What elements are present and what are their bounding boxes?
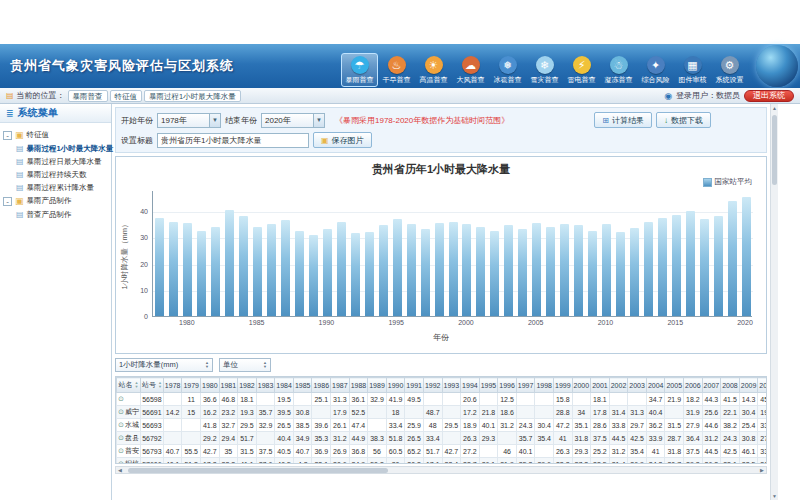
station-radio-icon[interactable]: ⊙	[118, 434, 124, 441]
sort-arrows-icon[interactable]: ▲▼	[158, 381, 162, 389]
nav-item-risk[interactable]: ✦综合风险	[637, 53, 674, 87]
column-header[interactable]: 1993	[442, 378, 461, 393]
value-cell: 29.5	[238, 419, 257, 432]
chart-title-input[interactable]	[157, 133, 309, 148]
column-header[interactable]: 1984	[275, 378, 294, 393]
column-header[interactable]: 2008	[721, 378, 740, 393]
element-combo[interactable]: 1小时降水量(mm) ▲▼	[115, 358, 213, 372]
station-id-cell: 56693	[140, 419, 163, 432]
column-header[interactable]: 1989	[368, 378, 387, 393]
column-header[interactable]: 1988	[349, 378, 368, 393]
x-axis-label: 年份	[116, 332, 766, 343]
sidebar-item[interactable]: ▤暴雨过程日最大降水量	[3, 155, 108, 168]
value-cell: 27.2	[461, 445, 480, 458]
column-header[interactable]: 1991	[405, 378, 424, 393]
nav-item-heat[interactable]: ☀高温普查	[415, 53, 452, 87]
nav-item-drought[interactable]: ♨干旱普查	[378, 53, 415, 87]
column-header[interactable]: 1994	[461, 378, 480, 393]
column-header[interactable]: 1985	[293, 378, 312, 393]
table-row[interactable]: ⊙水城5669341.832.729.532.926.538.539.626.1…	[117, 419, 768, 432]
station-radio-icon[interactable]: ⊙	[118, 421, 124, 428]
column-header[interactable]: 2001	[591, 378, 610, 393]
scroll-left-icon[interactable]: ◀	[116, 467, 124, 474]
column-header[interactable]: 2006	[684, 378, 703, 393]
column-header[interactable]: 1980	[201, 378, 220, 393]
column-header[interactable]: 1982	[238, 378, 257, 393]
column-header[interactable]: 2007	[702, 378, 721, 393]
sidebar-item[interactable]: ▤暴雨过程1小时最大降水量	[3, 142, 108, 155]
tree-group[interactable]: -▣特征值	[3, 128, 108, 142]
nav-item-hail[interactable]: ❅冰雹普查	[489, 53, 526, 87]
column-header[interactable]: 1978	[163, 378, 182, 393]
scroll-right-icon[interactable]: ▶	[758, 467, 766, 474]
column-header[interactable]: 2009	[739, 378, 758, 393]
column-header[interactable]: 1995	[479, 378, 498, 393]
table-row[interactable]: ⊙盘县5679229.229.451.740.434.935.331.244.9…	[117, 432, 768, 445]
scroll-down-icon[interactable]: ▼	[771, 492, 778, 500]
column-header[interactable]: 1983	[256, 378, 275, 393]
column-header[interactable]: 1999	[553, 378, 572, 393]
station-radio-icon[interactable]: ⊙	[118, 408, 124, 415]
start-year-select[interactable]: 1978年 ▼	[157, 113, 221, 128]
sidebar-item[interactable]: ▤普查产品制作	[3, 208, 108, 221]
nav-item-map-review[interactable]: ▦图件审核	[674, 53, 711, 87]
nav-item-snow[interactable]: ❄雪灾普查	[526, 53, 563, 87]
station-radio-icon[interactable]: ⊙	[118, 395, 124, 402]
column-header[interactable]: 1986	[312, 378, 331, 393]
column-header[interactable]: 2000	[572, 378, 591, 393]
value-cell: 31.9	[498, 458, 517, 465]
table-row[interactable]: ⊙威宁5669114.21516.223.219.335.739.530.817…	[117, 406, 768, 419]
column-header[interactable]: 站名▲▼	[117, 378, 141, 393]
spinner-arrows-icon[interactable]: ▲▼	[205, 361, 209, 369]
sort-arrows-icon[interactable]: ▲▼	[134, 381, 138, 389]
value-cell: 48.7	[423, 406, 442, 419]
scroll-up-icon[interactable]: ▲	[771, 104, 778, 112]
vscroll-thumb[interactable]	[772, 115, 777, 185]
column-header[interactable]: 1979	[182, 378, 201, 393]
column-header[interactable]: 1981	[219, 378, 238, 393]
column-header[interactable]: 1992	[423, 378, 442, 393]
nav-item-settings[interactable]: ⚙系统设置	[711, 53, 748, 87]
nav-item-lightning[interactable]: ⚡雷电普查	[563, 53, 600, 87]
nav-item-label: 雷电普查	[568, 75, 596, 85]
breadcrumb-item[interactable]: 特征值	[110, 90, 143, 102]
save-image-button[interactable]: ▣ 保存图片	[313, 132, 372, 148]
calculate-button[interactable]: ⊞ 计算结果	[594, 112, 652, 128]
sidebar-item[interactable]: ▤暴雨过程累计降水量	[3, 181, 108, 194]
column-header[interactable]: 1990	[386, 378, 405, 393]
spinner-arrows-icon[interactable]: ▲▼	[263, 361, 267, 369]
table-row[interactable]: ⊙桐梓5760640.151.317.233.241.127.640.54.83…	[117, 458, 768, 465]
column-header[interactable]: 2003	[628, 378, 647, 393]
breadcrumb-item[interactable]: 暴雨普查	[68, 90, 108, 102]
column-header[interactable]: 2010	[758, 378, 767, 393]
breadcrumb-item[interactable]: 暴雨过程1小时最大降水量	[144, 90, 241, 102]
column-header[interactable]: 1987	[331, 378, 350, 393]
column-header[interactable]: 2004	[646, 378, 665, 393]
logout-button[interactable]: 退出系统	[744, 90, 794, 102]
table-row[interactable]: ⊙565981136.646.818.119.525.131.336.132.9…	[117, 393, 768, 406]
station-radio-icon[interactable]: ⊙	[118, 460, 124, 464]
tree-toggle-icon[interactable]: -	[3, 197, 12, 206]
end-year-select[interactable]: 2020年 ▼	[261, 113, 325, 128]
column-header[interactable]: 1998	[535, 378, 554, 393]
nav-item-freeze[interactable]: ☃凝冻普查	[600, 53, 637, 87]
horizontal-scrollbar[interactable]: ◀ ▶	[115, 466, 767, 474]
column-header[interactable]: 2002	[609, 378, 628, 393]
column-header[interactable]: 站号▲▼	[140, 378, 163, 393]
tree-toggle-icon[interactable]: -	[3, 131, 12, 140]
tree-group[interactable]: -▣暴雨产品制作	[3, 194, 108, 208]
table-row[interactable]: ⊙普安5679340.755.542.73531.537.540.540.736…	[117, 445, 768, 458]
download-button[interactable]: ↓ 数据下载	[656, 112, 711, 128]
column-header[interactable]: 2005	[665, 378, 684, 393]
hscroll-thumb[interactable]	[128, 468, 388, 473]
value-cell	[498, 432, 517, 445]
vertical-scrollbar[interactable]: ▲ ▼	[770, 104, 778, 500]
menu-icon: ≣	[6, 108, 14, 118]
sidebar-item[interactable]: ▤暴雨过程持续天数	[3, 168, 108, 181]
station-radio-icon[interactable]: ⊙	[118, 447, 124, 454]
column-header[interactable]: 1997	[516, 378, 535, 393]
column-header[interactable]: 1996	[498, 378, 517, 393]
unit-combo[interactable]: 单位 ▲▼	[219, 358, 271, 372]
nav-item-rainstorm[interactable]: ☂暴雨普查	[341, 53, 378, 87]
nav-item-wind[interactable]: ☁大风普查	[452, 53, 489, 87]
